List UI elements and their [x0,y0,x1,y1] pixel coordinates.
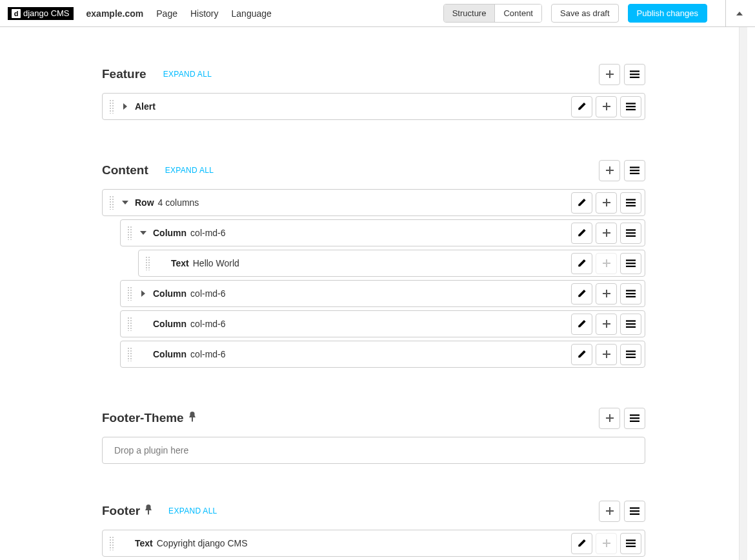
plugin-label[interactable]: Column col-md-6 [153,288,226,299]
add-child-plugin-button[interactable] [596,223,617,244]
add-child-plugin-button[interactable] [596,314,617,335]
drag-dots-icon [109,195,114,210]
placeholder-actions [599,501,645,522]
add-child-plugin-button[interactable] [596,283,617,305]
add-plugin-button[interactable] [599,408,620,429]
expand-all-link[interactable]: Expand All [163,70,212,79]
tree-toggle[interactable] [121,201,130,205]
tree-toggle[interactable] [139,290,148,297]
plugin-description: col-md-6 [190,319,225,329]
placeholder-menu-button[interactable] [624,64,645,85]
plugin-type: Text [171,258,189,268]
placeholder-menu-button[interactable] [624,408,645,429]
plugin-label[interactable]: Column col-md-6 [153,349,226,359]
placeholder-title: Content [102,163,148,177]
plugin-actions [571,283,641,305]
menu-history[interactable]: History [184,0,225,27]
plugin-label[interactable]: Text Copyright django CMS [135,538,248,548]
drag-handle[interactable] [106,194,117,212]
drag-dots-icon [127,317,132,331]
tree-toggle[interactable] [121,103,130,110]
placeholder-header: Footer Expand All [102,500,645,522]
view-content-button[interactable]: Content [494,5,541,22]
menu-language[interactable]: Language [225,0,278,27]
plugin-label[interactable]: Text Hello World [171,258,239,268]
plugin-row: Column col-md-6 [120,310,645,337]
drag-handle[interactable] [125,285,135,303]
plugin-menu-button[interactable] [620,283,641,305]
publish-button[interactable]: Publish changes [628,4,707,23]
edit-plugin-button[interactable] [571,344,592,365]
add-child-plugin-button [596,253,617,274]
drop-zone[interactable]: Drop a plugin here [102,437,645,464]
plugin-row: Alert [102,93,645,120]
expand-all-link[interactable]: Expand All [165,166,214,175]
chevron-down-icon [140,231,146,235]
plugin-label[interactable]: Alert [135,101,156,112]
chevron-right-icon [123,103,127,110]
plugin-description: col-md-6 [190,349,225,359]
plugin-type: Column [153,319,186,329]
edit-plugin-button[interactable] [571,253,592,274]
site-name-menu[interactable]: example.com [80,0,150,27]
plugin-description: 4 columns [158,197,199,208]
plugin-row: Column col-md-6 [120,219,645,246]
plugin-label[interactable]: Column col-md-6 [153,319,226,329]
drag-dots-icon [127,347,132,361]
drag-handle[interactable] [125,224,135,242]
edit-plugin-button[interactable] [571,96,592,117]
logo[interactable]: d django CMS [8,7,74,20]
add-child-plugin-button[interactable] [596,344,617,365]
plugin-actions [571,344,641,365]
placeholder-title: Footer-Theme [102,411,184,425]
tree-toggle[interactable] [139,231,148,235]
plugin-description: Hello World [193,258,239,268]
placeholder-menu-button[interactable] [624,501,645,522]
expand-all-link[interactable]: Expand All [168,506,217,515]
view-toggle: Structure Content [443,4,542,23]
edit-plugin-button[interactable] [571,223,592,244]
plugin-row: Row 4 columns [102,189,645,216]
collapse-toolbar-button[interactable] [725,0,752,27]
plugin-label[interactable]: Column col-md-6 [153,228,226,238]
edit-plugin-button[interactable] [571,192,592,214]
drag-handle[interactable] [106,97,117,115]
plugin-menu-button[interactable] [620,96,641,117]
plugin-actions [571,533,641,554]
plugin-type: Text [135,538,153,548]
placeholder-header: Feature Expand All [102,63,645,85]
add-child-plugin-button[interactable] [596,192,617,214]
placeholder-footer: Footer Expand All Text Copyright django … [102,464,645,557]
edit-plugin-button[interactable] [571,283,592,305]
plugin-menu-button[interactable] [620,533,641,554]
structure-board: Feature Expand All Alert [0,27,747,560]
drag-handle[interactable] [143,254,153,272]
plugin-menu-button[interactable] [620,253,641,274]
add-plugin-button[interactable] [599,64,620,85]
save-draft-button[interactable]: Save as draft [551,4,619,23]
plugin-menu-button[interactable] [620,223,641,244]
plugin-menu-button[interactable] [620,314,641,335]
drag-handle[interactable] [125,345,135,363]
menu-page[interactable]: Page [150,0,184,27]
placeholder-actions [599,160,645,181]
edit-plugin-button[interactable] [571,314,592,335]
view-structure-button[interactable]: Structure [444,5,495,22]
drag-handle[interactable] [125,315,135,333]
plugin-label[interactable]: Row 4 columns [135,197,199,208]
plugin-description: col-md-6 [190,288,225,299]
add-plugin-button[interactable] [599,160,620,181]
plugin-row: Text Hello World [138,250,645,277]
plugin-row: Text Copyright django CMS [102,530,645,557]
add-plugin-button[interactable] [599,501,620,522]
caret-up-icon [736,12,743,15]
top-toolbar: d django CMS example.com Page History La… [0,0,755,27]
plugin-menu-button[interactable] [620,192,641,214]
edit-plugin-button[interactable] [571,533,592,554]
pin-icon [145,505,152,517]
placeholder-menu-button[interactable] [624,160,645,181]
plugin-type: Column [153,288,186,299]
plugin-menu-button[interactable] [620,344,641,365]
add-child-plugin-button[interactable] [596,96,617,117]
drag-handle[interactable] [106,534,117,552]
